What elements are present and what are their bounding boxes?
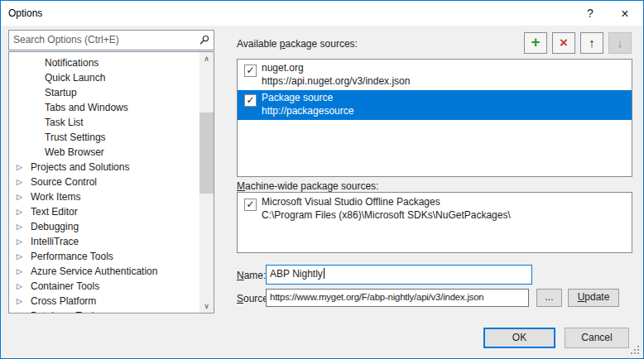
ok-button[interactable]: OK bbox=[483, 328, 555, 348]
expand-arrow-icon[interactable]: ▷ bbox=[17, 294, 22, 309]
title-bar[interactable]: Options ? × bbox=[1, 1, 643, 26]
plus-icon: + bbox=[531, 33, 540, 50]
options-tree: ∧ ∨ NotificationsQuick LaunchStartupTabs… bbox=[8, 51, 214, 314]
search-input[interactable]: Search Options (Ctrl+E) bbox=[8, 30, 214, 50]
package-source-package-source[interactable]: ✓Package sourcehttp://packagesource bbox=[238, 90, 632, 120]
tree-item-label: Container Tools bbox=[31, 280, 99, 292]
cancel-button[interactable]: Cancel bbox=[565, 328, 629, 348]
label-part: N bbox=[237, 270, 244, 281]
tree-item-azure-service-authentication[interactable]: ▷Azure Service Authentication bbox=[9, 264, 214, 279]
tree-item-cross-platform[interactable]: ▷Cross Platform bbox=[9, 294, 214, 309]
machine-wide-sources-label: Machine-wide package sources: bbox=[237, 180, 378, 192]
label-part: ame: bbox=[244, 270, 267, 281]
expand-arrow-icon[interactable]: ▷ bbox=[17, 249, 22, 264]
tree-item-quick-launch[interactable]: Quick Launch bbox=[9, 70, 214, 85]
add-source-button[interactable]: + bbox=[524, 32, 547, 54]
expand-arrow-icon[interactable]: ▷ bbox=[17, 234, 22, 249]
tree-item-label: Trust Settings bbox=[45, 132, 106, 143]
tree-item-projects-and-solutions[interactable]: ▷Projects and Solutions bbox=[9, 160, 214, 175]
tree-item-label: Startup bbox=[45, 87, 77, 98]
update-button[interactable]: Update bbox=[568, 289, 619, 307]
expand-arrow-icon[interactable]: ▷ bbox=[17, 189, 22, 204]
arrow-down-icon: ↓ bbox=[617, 36, 623, 50]
tree-item-label: Notifications bbox=[45, 57, 99, 69]
tree-item-label: Azure Service Authentication bbox=[31, 266, 157, 277]
name-input[interactable]: ABP Nightly bbox=[266, 265, 532, 285]
expand-arrow-icon[interactable]: ▷ bbox=[17, 160, 22, 175]
checkbox-checked-icon[interactable]: ✓ bbox=[244, 94, 257, 107]
tree-item-text-editor[interactable]: ▷Text Editor bbox=[9, 204, 214, 219]
tree-item-startup[interactable]: Startup bbox=[9, 85, 214, 100]
package-sources-list: ✓nuget.orghttps://api.nuget.org/v3/index… bbox=[237, 59, 632, 177]
machine-source-microsoft-visual-studio-offline-packages[interactable]: ✓Microsoft Visual Studio Offline Package… bbox=[238, 194, 632, 224]
tree-item-label: IntelliTrace bbox=[31, 236, 79, 247]
package-source-nuget-org[interactable]: ✓nuget.orghttps://api.nuget.org/v3/index… bbox=[238, 60, 632, 90]
tree-item-work-items[interactable]: ▷Work Items bbox=[9, 189, 214, 204]
expand-arrow-icon[interactable]: ▷ bbox=[17, 309, 22, 314]
tree-item-label: Database Tools bbox=[31, 310, 99, 314]
label-part: U bbox=[578, 291, 585, 303]
browse-button[interactable]: ... bbox=[536, 289, 562, 307]
source-input[interactable]: https://www.myget.org/F/abp-nightly/api/… bbox=[266, 289, 529, 307]
tree-item-label: Performance Tools bbox=[31, 251, 113, 262]
label-part: S bbox=[237, 293, 243, 304]
name-input-value: ABP Nightly bbox=[270, 268, 323, 280]
tree-item-label: Tabs and Windows bbox=[45, 102, 128, 113]
label-part: ackage sources: bbox=[286, 38, 358, 50]
package-source-url: http://packagesource bbox=[262, 105, 353, 117]
expand-arrow-icon[interactable]: ▷ bbox=[17, 175, 22, 189]
remove-source-button[interactable]: × bbox=[552, 32, 575, 54]
expand-arrow-icon[interactable]: ▷ bbox=[17, 279, 22, 294]
resize-grip-icon[interactable] bbox=[630, 345, 641, 356]
tree-item-debugging[interactable]: ▷Debugging bbox=[9, 219, 214, 234]
search-placeholder: Search Options (Ctrl+E) bbox=[13, 34, 119, 45]
tree-item-label: Debugging bbox=[31, 221, 79, 232]
checkbox-checked-icon[interactable]: ✓ bbox=[244, 65, 257, 77]
tree-item-label: Text Editor bbox=[31, 206, 78, 218]
tree-item-trust-settings[interactable]: Trust Settings bbox=[9, 130, 214, 145]
machine-source-url: C:\Program Files (x86)\Microsoft SDKs\Nu… bbox=[262, 209, 511, 221]
label-part: achine-wide package sources: bbox=[245, 180, 378, 192]
x-icon: × bbox=[560, 35, 568, 50]
package-source-name: nuget.org bbox=[262, 62, 304, 74]
name-label: Name: bbox=[237, 270, 266, 281]
arrow-up-icon: ↑ bbox=[589, 36, 595, 50]
tree-item-label: Web Browser bbox=[45, 146, 104, 158]
tree-item-label: Work Items bbox=[31, 191, 80, 203]
tree-item-tabs-and-windows[interactable]: Tabs and Windows bbox=[9, 100, 214, 115]
tree-item-label: Cross Platform bbox=[31, 295, 96, 307]
tree-item-label: Source Control bbox=[31, 176, 97, 188]
tree-item-task-list[interactable]: Task List bbox=[9, 115, 214, 130]
package-source-url: https://api.nuget.org/v3/index.json bbox=[262, 75, 410, 87]
available-package-sources-label: Available package sources: bbox=[237, 38, 358, 50]
move-down-button-disabled[interactable]: ↓ bbox=[608, 32, 632, 54]
expand-arrow-icon[interactable]: ▷ bbox=[17, 264, 22, 279]
window-title: Options bbox=[8, 7, 42, 19]
tree-item-container-tools[interactable]: ▷Container Tools bbox=[9, 279, 214, 294]
package-source-name: Package source bbox=[262, 92, 333, 103]
search-icon bbox=[199, 35, 209, 45]
tree-item-label: Quick Launch bbox=[45, 72, 105, 84]
tree-item-label: Projects and Solutions bbox=[31, 161, 129, 173]
machine-sources-list: ✓Microsoft Visual Studio Offline Package… bbox=[237, 192, 632, 253]
label-part: pdate bbox=[584, 291, 609, 303]
tree-item-notifications[interactable]: Notifications bbox=[9, 55, 214, 70]
close-button[interactable]: × bbox=[612, 5, 638, 23]
tree-item-intellitrace[interactable]: ▷IntelliTrace bbox=[9, 234, 214, 249]
label-part: M bbox=[237, 180, 245, 192]
help-button[interactable]: ? bbox=[579, 6, 602, 22]
text-caret bbox=[324, 268, 324, 279]
move-up-button[interactable]: ↑ bbox=[580, 32, 603, 54]
tree-item-web-browser[interactable]: Web Browser bbox=[9, 145, 214, 160]
tree-item-source-control[interactable]: ▷Source Control bbox=[9, 175, 214, 189]
tree-item-performance-tools[interactable]: ▷Performance Tools bbox=[9, 249, 214, 264]
checkbox-checked-icon[interactable]: ✓ bbox=[244, 199, 257, 211]
options-dialog: Options ? × Search Options (Ctrl+E) ∧ ∨ … bbox=[0, 0, 644, 359]
tree-item-label: Task List bbox=[45, 117, 84, 128]
machine-source-name: Microsoft Visual Studio Offline Packages bbox=[262, 196, 440, 208]
tree-item-database-tools[interactable]: ▷Database Tools bbox=[9, 309, 214, 314]
expand-arrow-icon[interactable]: ▷ bbox=[17, 204, 22, 219]
expand-arrow-icon[interactable]: ▷ bbox=[17, 219, 22, 234]
source-input-value: https://www.myget.org/F/abp-nightly/api/… bbox=[270, 292, 483, 302]
label-part: p bbox=[280, 38, 286, 50]
